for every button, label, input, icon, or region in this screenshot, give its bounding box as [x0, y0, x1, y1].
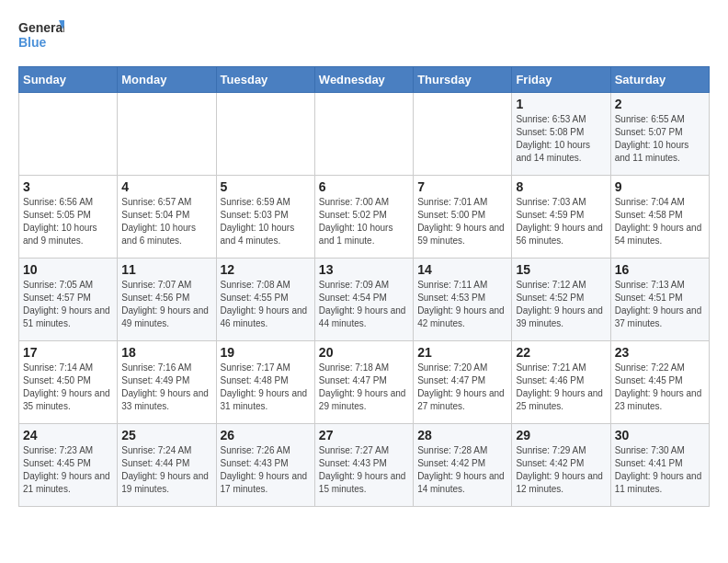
day-number: 17: [23, 345, 113, 360]
day-info: Sunrise: 7:08 AM Sunset: 4:55 PM Dayligh…: [221, 279, 311, 330]
day-number: 2: [615, 97, 705, 111]
calendar-cell: 14Sunrise: 7:11 AM Sunset: 4:53 PM Dayli…: [414, 259, 512, 341]
calendar-cell: 20Sunrise: 7:18 AM Sunset: 4:47 PM Dayli…: [314, 341, 413, 424]
day-info: Sunrise: 6:55 AM Sunset: 5:07 PM Dayligh…: [615, 113, 705, 165]
day-number: 4: [121, 179, 211, 194]
day-number: 11: [121, 262, 211, 277]
calendar-cell: 7Sunrise: 7:01 AM Sunset: 5:00 PM Daylig…: [414, 176, 512, 259]
day-info: Sunrise: 7:21 AM Sunset: 4:46 PM Dayligh…: [516, 362, 606, 413]
calendar-cell: 15Sunrise: 7:12 AM Sunset: 4:52 PM Dayli…: [512, 259, 610, 341]
calendar-cell: 16Sunrise: 7:13 AM Sunset: 4:51 PM Dayli…: [610, 259, 709, 341]
calendar-cell: 5Sunrise: 6:59 AM Sunset: 5:03 PM Daylig…: [216, 176, 314, 259]
calendar-cell: 1Sunrise: 6:53 AM Sunset: 5:08 PM Daylig…: [512, 93, 610, 176]
calendar-cell: 11Sunrise: 7:07 AM Sunset: 4:56 PM Dayli…: [118, 259, 216, 341]
calendar-cell: [19, 93, 118, 176]
day-number: 13: [319, 262, 409, 277]
weekday-header: Tuesday: [216, 67, 314, 93]
day-info: Sunrise: 6:56 AM Sunset: 5:05 PM Dayligh…: [23, 196, 113, 247]
day-number: 14: [417, 262, 507, 277]
calendar-cell: [314, 93, 413, 176]
calendar-cell: 18Sunrise: 7:16 AM Sunset: 4:49 PM Dayli…: [118, 341, 216, 424]
calendar-cell: 4Sunrise: 6:57 AM Sunset: 5:04 PM Daylig…: [118, 176, 216, 259]
calendar-table: SundayMondayTuesdayWednesdayThursdayFrid…: [18, 66, 710, 507]
day-info: Sunrise: 7:29 AM Sunset: 4:42 PM Dayligh…: [516, 444, 606, 496]
day-number: 27: [319, 428, 409, 442]
weekday-header: Sunday: [19, 67, 118, 93]
day-info: Sunrise: 6:59 AM Sunset: 5:03 PM Dayligh…: [221, 196, 311, 247]
calendar-cell: 10Sunrise: 7:05 AM Sunset: 4:57 PM Dayli…: [19, 259, 118, 341]
day-number: 26: [221, 428, 311, 442]
calendar-cell: 13Sunrise: 7:09 AM Sunset: 4:54 PM Dayli…: [314, 259, 413, 341]
calendar-cell: 21Sunrise: 7:20 AM Sunset: 4:47 PM Dayli…: [414, 341, 512, 424]
day-info: Sunrise: 6:57 AM Sunset: 5:04 PM Dayligh…: [121, 196, 211, 247]
weekday-header: Friday: [512, 67, 610, 93]
calendar-cell: 6Sunrise: 7:00 AM Sunset: 5:02 PM Daylig…: [314, 176, 413, 259]
calendar-cell: [118, 93, 216, 176]
calendar-cell: 2Sunrise: 6:55 AM Sunset: 5:07 PM Daylig…: [610, 93, 709, 176]
day-info: Sunrise: 7:24 AM Sunset: 4:44 PM Dayligh…: [121, 444, 211, 496]
weekday-header: Saturday: [610, 67, 709, 93]
day-info: Sunrise: 7:30 AM Sunset: 4:41 PM Dayligh…: [615, 444, 705, 496]
day-info: Sunrise: 6:53 AM Sunset: 5:08 PM Dayligh…: [516, 113, 606, 165]
calendar-week-row: 24Sunrise: 7:23 AM Sunset: 4:45 PM Dayli…: [19, 424, 710, 507]
day-info: Sunrise: 7:03 AM Sunset: 4:59 PM Dayligh…: [516, 196, 606, 247]
calendar-cell: 30Sunrise: 7:30 AM Sunset: 4:41 PM Dayli…: [610, 424, 709, 507]
calendar-cell: 9Sunrise: 7:04 AM Sunset: 4:58 PM Daylig…: [610, 176, 709, 259]
day-info: Sunrise: 7:09 AM Sunset: 4:54 PM Dayligh…: [319, 279, 409, 330]
calendar-cell: 28Sunrise: 7:28 AM Sunset: 4:42 PM Dayli…: [414, 424, 512, 507]
day-number: 30: [615, 428, 705, 442]
weekday-header: Wednesday: [314, 67, 413, 93]
calendar-cell: 17Sunrise: 7:14 AM Sunset: 4:50 PM Dayli…: [19, 341, 118, 424]
day-info: Sunrise: 7:26 AM Sunset: 4:43 PM Dayligh…: [221, 444, 311, 496]
calendar-cell: 27Sunrise: 7:27 AM Sunset: 4:43 PM Dayli…: [314, 424, 413, 507]
day-info: Sunrise: 7:12 AM Sunset: 4:52 PM Dayligh…: [516, 279, 606, 330]
day-info: Sunrise: 7:20 AM Sunset: 4:47 PM Dayligh…: [417, 362, 507, 413]
day-info: Sunrise: 7:07 AM Sunset: 4:56 PM Dayligh…: [121, 279, 211, 330]
logo-svg: General Blue: [18, 18, 64, 57]
day-number: 28: [417, 428, 507, 442]
day-info: Sunrise: 7:22 AM Sunset: 4:45 PM Dayligh…: [615, 362, 705, 413]
calendar-cell: [414, 93, 512, 176]
day-number: 22: [516, 345, 606, 360]
calendar-cell: 29Sunrise: 7:29 AM Sunset: 4:42 PM Dayli…: [512, 424, 610, 507]
day-number: 18: [121, 345, 211, 360]
calendar-cell: 8Sunrise: 7:03 AM Sunset: 4:59 PM Daylig…: [512, 176, 610, 259]
day-info: Sunrise: 7:01 AM Sunset: 5:00 PM Dayligh…: [417, 196, 507, 247]
day-number: 19: [221, 345, 311, 360]
calendar-week-row: 1Sunrise: 6:53 AM Sunset: 5:08 PM Daylig…: [19, 93, 710, 176]
day-info: Sunrise: 7:28 AM Sunset: 4:42 PM Dayligh…: [417, 444, 507, 496]
calendar-cell: [216, 93, 314, 176]
calendar-cell: 24Sunrise: 7:23 AM Sunset: 4:45 PM Dayli…: [19, 424, 118, 507]
weekday-header-row: SundayMondayTuesdayWednesdayThursdayFrid…: [19, 67, 710, 93]
day-number: 9: [615, 179, 705, 194]
day-number: 3: [23, 179, 113, 194]
day-info: Sunrise: 7:13 AM Sunset: 4:51 PM Dayligh…: [615, 279, 705, 330]
calendar-cell: 3Sunrise: 6:56 AM Sunset: 5:05 PM Daylig…: [19, 176, 118, 259]
day-number: 12: [221, 262, 311, 277]
day-number: 21: [417, 345, 507, 360]
day-info: Sunrise: 7:17 AM Sunset: 4:48 PM Dayligh…: [221, 362, 311, 413]
day-number: 29: [516, 428, 606, 442]
calendar-week-row: 10Sunrise: 7:05 AM Sunset: 4:57 PM Dayli…: [19, 259, 710, 341]
logo: General Blue: [18, 18, 64, 57]
day-number: 23: [615, 345, 705, 360]
day-number: 20: [319, 345, 409, 360]
page-header: General Blue: [18, 18, 710, 57]
calendar-cell: 19Sunrise: 7:17 AM Sunset: 4:48 PM Dayli…: [216, 341, 314, 424]
weekday-header: Thursday: [414, 67, 512, 93]
calendar-cell: 26Sunrise: 7:26 AM Sunset: 4:43 PM Dayli…: [216, 424, 314, 507]
day-info: Sunrise: 7:14 AM Sunset: 4:50 PM Dayligh…: [23, 362, 113, 413]
day-number: 1: [516, 97, 606, 111]
day-number: 25: [121, 428, 211, 442]
day-info: Sunrise: 7:05 AM Sunset: 4:57 PM Dayligh…: [23, 279, 113, 330]
calendar-week-row: 17Sunrise: 7:14 AM Sunset: 4:50 PM Dayli…: [19, 341, 710, 424]
day-number: 5: [221, 179, 311, 194]
day-number: 24: [23, 428, 113, 442]
day-info: Sunrise: 7:18 AM Sunset: 4:47 PM Dayligh…: [319, 362, 409, 413]
calendar-cell: 25Sunrise: 7:24 AM Sunset: 4:44 PM Dayli…: [118, 424, 216, 507]
calendar-cell: 22Sunrise: 7:21 AM Sunset: 4:46 PM Dayli…: [512, 341, 610, 424]
calendar-week-row: 3Sunrise: 6:56 AM Sunset: 5:05 PM Daylig…: [19, 176, 710, 259]
day-number: 6: [319, 179, 409, 194]
svg-text:General: General: [18, 20, 64, 35]
weekday-header: Monday: [118, 67, 216, 93]
